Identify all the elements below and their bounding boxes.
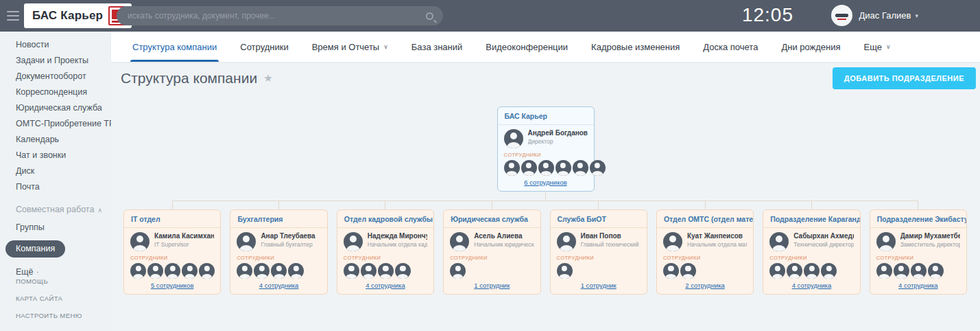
department-head-avatar[interactable] <box>237 232 256 251</box>
department-title[interactable]: Подразделение Караганда <box>763 210 859 228</box>
employee-avatar-icon[interactable] <box>237 263 252 279</box>
department-title[interactable]: Служба БиОТ <box>551 210 647 228</box>
tab[interactable]: Видеоконференции <box>486 32 568 62</box>
department-head-avatar[interactable] <box>450 232 469 251</box>
user-menu[interactable]: Диас Галиев ▾ <box>831 5 918 26</box>
department-head-name[interactable]: Иван Попов <box>581 232 641 240</box>
employee-avatar-icon[interactable] <box>271 263 287 279</box>
department-head-avatar[interactable] <box>769 232 789 251</box>
global-search[interactable] <box>117 6 443 25</box>
employee-avatar-icon[interactable] <box>911 263 927 279</box>
department-card[interactable]: Служба БиОТ Иван Попов Главный техническ… <box>550 209 647 295</box>
department-head-name[interactable]: Камила Касимханова <box>154 232 214 240</box>
employee-avatar-icon[interactable] <box>573 160 588 176</box>
add-department-button[interactable]: ДОБАВИТЬ ПОДРАЗДЕЛЕНИЕ <box>833 67 976 89</box>
tab[interactable]: Структура компании <box>132 32 217 62</box>
employee-avatar-icon[interactable] <box>450 263 466 279</box>
tab[interactable]: Еще ∨ <box>864 32 891 62</box>
employee-avatar-icon[interactable] <box>254 263 270 279</box>
employee-avatar-icon[interactable] <box>504 160 520 176</box>
employee-avatar-icon[interactable] <box>821 263 837 279</box>
department-title[interactable]: Бухгалтерия <box>230 210 326 228</box>
employee-avatar-icon[interactable] <box>555 160 571 176</box>
tab[interactable]: Кадровые изменения <box>591 32 680 62</box>
employee-avatar-icon[interactable] <box>521 160 537 176</box>
search-input[interactable] <box>117 11 426 21</box>
sidebar-sub-item[interactable]: Группы <box>0 218 111 236</box>
sidebar-item[interactable]: Чат и звонки <box>0 148 111 163</box>
department-title[interactable]: Подразделение Экибастуз <box>870 210 966 228</box>
employee-avatar-icon[interactable] <box>378 263 394 279</box>
favorite-star-icon[interactable]: ★ <box>263 72 272 84</box>
employees-count-link[interactable]: 4 сотрудника <box>344 282 427 289</box>
department-head-name[interactable]: Куат Жанпеисов <box>687 232 747 240</box>
sidebar-footer-item[interactable]: НАСТРОИТЬ МЕНЮ <box>0 307 111 324</box>
user-avatar[interactable] <box>831 5 852 26</box>
tab[interactable]: Дни рождения <box>781 32 840 62</box>
sidebar-item[interactable]: Почта <box>0 179 111 195</box>
sidebar-section-collaboration[interactable]: Совместная работа∧ <box>0 195 111 218</box>
employee-avatar-icon[interactable] <box>182 263 198 279</box>
department-head-avatar[interactable] <box>130 232 150 251</box>
department-title[interactable]: IT отдел <box>124 210 220 228</box>
department-card[interactable]: Подразделение Караганда Сабырхан Ахмедья… <box>763 209 860 295</box>
sidebar-item[interactable]: Новости <box>0 37 111 53</box>
employees-count-link[interactable]: 1 сотрудник <box>557 282 641 289</box>
sidebar-footer-item[interactable]: КАРТА САЙТА <box>0 290 111 307</box>
sidebar-item[interactable]: Корреспонденция <box>0 84 111 100</box>
department-head-name[interactable]: Анар Тлеубаева <box>261 232 315 240</box>
employee-avatar-icon[interactable] <box>894 263 909 279</box>
sidebar-item[interactable]: Задачи и Проекты <box>0 53 111 69</box>
department-card[interactable]: IT отдел Камила Касимханова IT Superviso… <box>123 209 221 295</box>
sidebar-item[interactable]: Юридическая служба <box>0 100 111 116</box>
department-title[interactable]: Юридическая служба <box>444 210 540 228</box>
employee-avatar-icon[interactable] <box>769 263 785 279</box>
employees-count-link[interactable]: 4 сотрудника <box>769 282 853 289</box>
employee-avatar-icon[interactable] <box>147 263 163 279</box>
company-head-avatar[interactable] <box>504 129 523 148</box>
company-root-card[interactable]: БАС Карьер Андрей Богданович Директор СО… <box>497 106 595 192</box>
department-card[interactable]: Отдел ОМТС (отдел материал... Куат Жанпе… <box>656 209 754 295</box>
department-head-avatar[interactable] <box>344 232 363 251</box>
employee-avatar-icon[interactable] <box>804 263 820 279</box>
department-head-name[interactable]: Надежда Мирончук <box>368 232 427 240</box>
tab[interactable]: Сотрудники <box>240 32 288 62</box>
department-head-name[interactable]: Сабырхан Ахмедьянов <box>793 232 853 240</box>
employee-avatar-icon[interactable] <box>663 263 679 279</box>
employee-avatar-icon[interactable] <box>130 263 146 279</box>
employee-avatar-icon[interactable] <box>538 160 554 176</box>
sidebar-footer-item[interactable]: ПОМОЩЬ <box>0 273 111 290</box>
employee-avatar-icon[interactable] <box>876 263 892 279</box>
employee-avatar-icon[interactable] <box>680 263 696 279</box>
employees-count-link[interactable]: 5 сотрудников <box>130 282 214 289</box>
sidebar-item[interactable]: ОМТС-Приобретение ТРУ <box>0 116 111 132</box>
department-title[interactable]: Отдел кадровой службы <box>337 210 433 228</box>
department-card[interactable]: Отдел кадровой службы Надежда Мирончук Н… <box>337 209 434 295</box>
employee-avatar-icon[interactable] <box>199 263 215 279</box>
department-head-name[interactable]: Асель Алиева <box>474 232 534 240</box>
employee-avatar-icon[interactable] <box>288 263 304 279</box>
tab[interactable]: Доска почета <box>703 32 758 62</box>
employee-avatar-icon[interactable] <box>787 263 802 279</box>
app-logo[interactable]: БАС Карьер <box>24 3 132 28</box>
company-title[interactable]: БАС Карьер <box>498 107 594 125</box>
employee-avatar-icon[interactable] <box>344 263 359 279</box>
employee-avatar-icon[interactable] <box>590 160 606 176</box>
sidebar-item[interactable]: Календарь <box>0 132 111 148</box>
department-card[interactable]: Юридическая служба Асель Алиева Начальни… <box>443 209 540 295</box>
company-head-name[interactable]: Андрей Богданович <box>528 129 588 137</box>
employees-count-link[interactable]: 1 сотрудник <box>450 282 534 289</box>
employee-avatar-icon[interactable] <box>557 263 573 279</box>
sidebar-sub-item[interactable]: Компания <box>0 236 111 262</box>
hamburger-menu-icon[interactable] <box>7 11 19 21</box>
department-card[interactable]: Подразделение Экибастуз Дамир Мухаметбек… <box>870 209 967 295</box>
department-head-avatar[interactable] <box>557 232 576 251</box>
employees-count-link[interactable]: 4 сотрудника <box>237 282 320 289</box>
sidebar-item[interactable]: Документооборот <box>0 69 111 84</box>
employee-avatar-icon[interactable] <box>928 263 944 279</box>
employee-avatar-icon[interactable] <box>165 263 180 279</box>
search-icon[interactable] <box>426 12 433 20</box>
employee-avatar-icon[interactable] <box>395 263 411 279</box>
employee-avatar-icon[interactable] <box>361 263 377 279</box>
department-card[interactable]: Бухгалтерия Анар Тлеубаева Главный бухга… <box>230 209 327 295</box>
